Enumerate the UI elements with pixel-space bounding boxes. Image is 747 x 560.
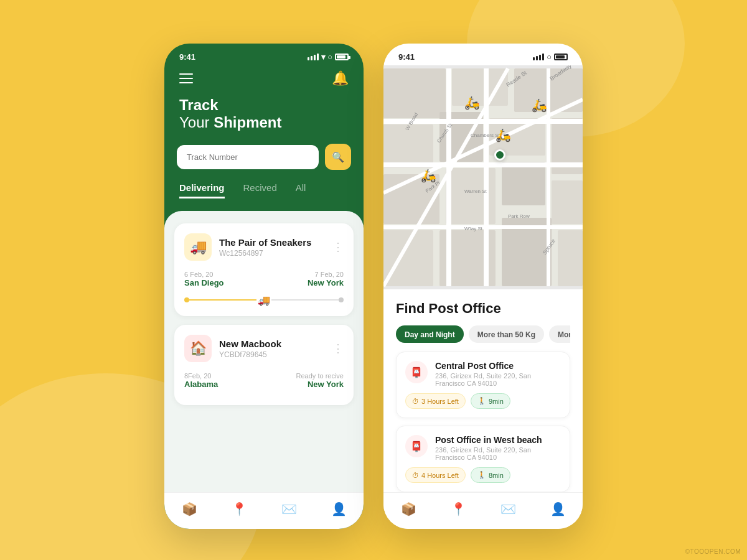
card-2-id: YCBDf789645 [219, 350, 325, 359]
filter-day-night[interactable]: Day and Night [396, 325, 464, 343]
card-2-icon: 🏠 [184, 335, 212, 362]
wifi-icon-right: ○ [547, 52, 552, 62]
svg-rect-2 [452, 68, 508, 106]
office-2-tags: ⏱ 4 Hours Left 🚶 8min [405, 467, 561, 483]
right-phone: 9:41 ○ [383, 44, 583, 529]
card-2-route: 8Feb, 20 Alabama Ready to recive New Yor… [184, 372, 344, 389]
map-area: Reade St Broadway Church St Warren St Ch… [383, 65, 583, 289]
filter-tabs: Day and Night More than 50 Kg More than.… [396, 325, 570, 343]
map-delivery-1: 🛵 [464, 95, 480, 110]
svg-rect-12 [383, 230, 433, 286]
map-svg: Reade St Broadway Church St Warren St Ch… [383, 65, 583, 289]
search-input[interactable] [177, 145, 319, 169]
clock-icon-1: ⏱ [412, 398, 419, 405]
card-1-options[interactable]: ⋮ [332, 240, 344, 254]
time-left: 9:41 [179, 52, 195, 62]
nav-mail-right[interactable]: ✉️ [500, 502, 516, 516]
office-1-name: Central Post Office [435, 361, 561, 371]
card-1-to: 7 Feb, 20 New York [308, 271, 344, 287]
filter-50kg[interactable]: More than 50 Kg [469, 325, 544, 343]
filter-more[interactable]: More than... [549, 325, 570, 343]
walk-icon-1: 🚶 [477, 397, 486, 405]
map-center-marker [494, 149, 505, 161]
signal-icon-right [533, 54, 544, 60]
phones-container: 9:41 ▾ ○ 🔔 Track Your [164, 44, 583, 529]
svg-rect-11 [552, 180, 583, 224]
nav-mail-left[interactable]: ✉️ [281, 502, 297, 516]
office-1-time: ⏱ 3 Hours Left [405, 393, 466, 409]
status-icons-left: ▾ ○ [308, 52, 349, 62]
watermark: ©TOOOPEN.COM [685, 548, 741, 555]
map-delivery-3: 🛵 [421, 168, 436, 183]
menu-button[interactable] [179, 73, 193, 83]
tab-received[interactable]: Recived [243, 182, 277, 198]
left-phone: 9:41 ▾ ○ 🔔 Track Your [164, 44, 364, 529]
map-delivery-2: 🛵 [496, 128, 511, 142]
card-2-header: 🏠 New Macbook YCBDf789645 ⋮ [184, 335, 344, 362]
nav-profile-left[interactable]: 👤 [331, 502, 347, 516]
nav-package-left[interactable]: 📦 [182, 502, 197, 516]
wifi-icon: ▾ ○ [321, 52, 332, 62]
battery-icon-right [554, 54, 568, 60]
battery-icon [335, 54, 349, 60]
hero-line2: Your Shipment [179, 114, 349, 131]
svg-text:Warren St: Warren St [464, 189, 487, 194]
tabs: Delivering Recived All [164, 182, 364, 211]
card-1-progress: 🚚 [184, 294, 344, 306]
find-title: Find Post Office [396, 301, 570, 317]
top-nav-left: 🔔 [164, 65, 364, 94]
tab-all[interactable]: All [296, 182, 306, 198]
office-1-header: 📮 Central Post Office 236, Girizex Rd, S… [405, 361, 561, 387]
map-delivery-4: 🛵 [532, 98, 547, 113]
search-button[interactable]: 🔍 [325, 144, 351, 170]
tab-delivering[interactable]: Delivering [179, 182, 225, 198]
status-icons-right: ○ [533, 52, 568, 62]
svg-rect-15 [558, 230, 583, 286]
svg-rect-10 [502, 162, 545, 205]
bottom-nav-right: 📦 📍 ✉️ 👤 [383, 492, 583, 529]
office-2-time: ⏱ 4 Hours Left [405, 467, 466, 483]
card-1-header: 🚚 The Pair of Sneakers Wc12564897 ⋮ [184, 233, 344, 261]
svg-rect-1 [383, 68, 446, 118]
card-2-info: New Macbook YCBDf789645 [219, 338, 325, 359]
card-1-route: 6 Feb, 20 San Diego 7 Feb, 20 New York [184, 271, 344, 287]
office-2-icon: 📮 [405, 435, 428, 457]
delivery-card-1: 🚚 The Pair of Sneakers Wc12564897 ⋮ 6 Fe… [174, 223, 354, 316]
office-1-info: Central Post Office 236, Girizex Rd, Sui… [435, 361, 561, 387]
nav-profile-right[interactable]: 👤 [550, 502, 566, 516]
delivery-card-2: 🏠 New Macbook YCBDf789645 ⋮ 8Feb, 20 Ala… [174, 325, 354, 405]
office-2-name: Post Office in West beach [435, 435, 561, 445]
office-2-info: Post Office in West beach 236, Girizex R… [435, 435, 561, 461]
office-2-address: 236, Girizex Rd, Suite 220, San Francisc… [435, 446, 561, 461]
office-card-2: 📮 Post Office in West beach 236, Girizex… [396, 426, 570, 492]
card-1-info: The Pair of Sneakers Wc12564897 [219, 237, 325, 258]
search-bar: 🔍 [177, 144, 351, 170]
card-2-from: 8Feb, 20 Alabama [184, 372, 218, 389]
office-1-tags: ⏱ 3 Hours Left 🚶 9min [405, 393, 561, 409]
card-2-title: New Macbook [219, 338, 325, 349]
walk-icon-2: 🚶 [477, 471, 486, 479]
time-right: 9:41 [398, 52, 415, 62]
nav-package-right[interactable]: 📦 [401, 502, 416, 516]
office-1-walk: 🚶 9min [471, 393, 510, 409]
bottom-nav-left: 📦 📍 ✉️ 👤 [164, 492, 364, 529]
clock-icon-2: ⏱ [412, 472, 419, 479]
office-1-icon: 📮 [405, 361, 428, 383]
status-bar-right: 9:41 ○ [383, 44, 583, 65]
nav-location-left[interactable]: 📍 [232, 502, 247, 516]
card-2-to: Ready to recive New York [296, 372, 344, 389]
cards-area: 🚚 The Pair of Sneakers Wc12564897 ⋮ 6 Fe… [164, 211, 364, 492]
hero-line1: Track [179, 96, 349, 114]
card-2-options[interactable]: ⋮ [332, 342, 344, 355]
status-bar-left: 9:41 ▾ ○ [164, 44, 364, 65]
office-1-address: 236, Girizex Rd, Suite 220, San Francisc… [435, 372, 561, 387]
card-1-id: Wc12564897 [219, 249, 325, 258]
office-2-header: 📮 Post Office in West beach 236, Girizex… [405, 435, 561, 461]
office-list: 📮 Central Post Office 236, Girizex Rd, S… [396, 352, 570, 492]
bell-icon[interactable]: 🔔 [332, 70, 349, 86]
card-1-title: The Pair of Sneakers [219, 237, 325, 248]
nav-location-right[interactable]: 📍 [451, 502, 466, 516]
right-bottom-content: Find Post Office Day and Night More than… [383, 289, 583, 492]
svg-text:W'lay St: W'lay St [464, 226, 483, 231]
signal-icon [308, 54, 319, 60]
